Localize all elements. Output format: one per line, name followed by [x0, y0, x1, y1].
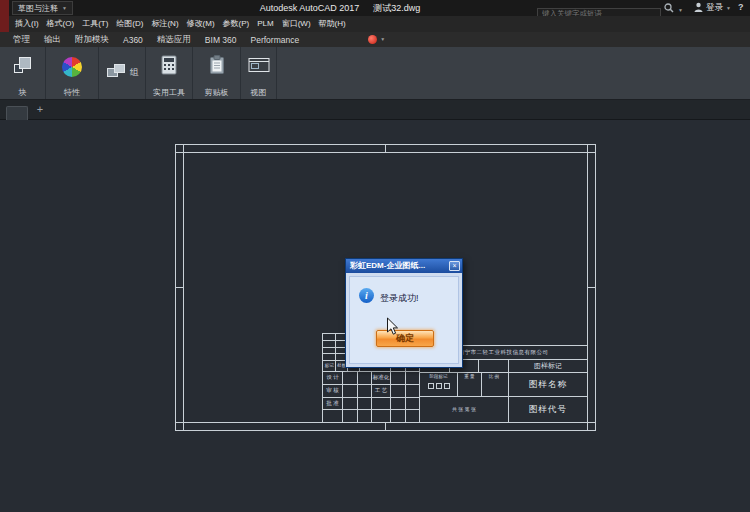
- panel-label[interactable]: 特性: [46, 87, 98, 99]
- menu-item[interactable]: 修改(M): [183, 16, 219, 32]
- frame-tick: [587, 144, 588, 152]
- app-menu-button[interactable]: [0, 0, 9, 32]
- properties-button[interactable]: [46, 47, 98, 87]
- sig-cell: [405, 385, 419, 397]
- ribbon: 块 特性 组 实用工具 剪贴板: [0, 47, 750, 100]
- panel-label[interactable]: 块: [0, 87, 45, 99]
- stage-box: [444, 383, 450, 389]
- frame-tick: [183, 144, 184, 152]
- stage-mark-cell: 阶段标记: [420, 373, 458, 396]
- stage-box: [428, 383, 434, 389]
- menu-item[interactable]: 格式(O): [43, 16, 79, 32]
- panel-properties: 特性: [46, 47, 99, 99]
- sig-cell: [405, 372, 419, 384]
- panel-label[interactable]: 剪贴板: [193, 87, 240, 99]
- view-button[interactable]: [241, 47, 276, 87]
- sig-cell: [357, 385, 371, 397]
- sig-cell: [323, 410, 342, 422]
- stage-box: [436, 383, 442, 389]
- frame-tick: [183, 423, 184, 431]
- group-label: 组: [130, 67, 139, 79]
- menu-item[interactable]: 标注(N): [147, 16, 182, 32]
- utilities-button[interactable]: [146, 47, 192, 87]
- dialog-message: 登录成功!: [380, 292, 419, 305]
- titleblock-cell: [478, 360, 508, 372]
- stage-mark-label: 阶段标记: [430, 373, 448, 380]
- block-button[interactable]: [0, 47, 45, 87]
- login-success-dialog: 彩虹EDM-企业图纸... × i 登录成功! 确定: [345, 258, 463, 368]
- sig-cell: [405, 398, 419, 410]
- paste-button[interactable]: [193, 47, 240, 87]
- signature-row: 批 准: [323, 397, 419, 410]
- menu-item[interactable]: 窗口(W): [278, 16, 315, 32]
- sheets-cell: 共 张 第 张: [420, 397, 508, 422]
- search-icon[interactable]: [664, 3, 674, 13]
- menu-item[interactable]: 帮助(H): [315, 16, 350, 32]
- menu-item[interactable]: 工具(T): [78, 16, 112, 32]
- ribbon-tab[interactable]: 管理: [6, 34, 37, 46]
- titleblock-stage-row: 阶段标记 重 量 比 例: [420, 373, 508, 397]
- menu-bar: 插入(I) 格式(O) 工具(T) 绘图(D) 标注(N) 修改(M) 参数(P…: [0, 16, 750, 32]
- sig-cell: 工 艺: [371, 385, 390, 397]
- panel-utilities: 实用工具: [146, 47, 193, 99]
- panel-label[interactable]: 视图: [241, 87, 276, 99]
- group-button[interactable]: 组: [99, 47, 145, 99]
- sig-cell: 审 核: [323, 385, 342, 397]
- sig-cell: 批 准: [323, 398, 342, 410]
- panel-group: 组: [99, 47, 146, 99]
- chevron-down-icon: ▼: [380, 37, 385, 42]
- info-icon: i: [359, 288, 374, 303]
- frame-tick: [175, 287, 183, 288]
- dialog-close-button[interactable]: ×: [449, 261, 460, 271]
- sig-cell: [371, 398, 390, 410]
- ribbon-tab[interactable]: 附加模块: [68, 34, 116, 46]
- workspace-label: 草图与注释: [18, 3, 58, 14]
- panel-label[interactable]: 实用工具: [146, 87, 192, 99]
- new-tab-button[interactable]: +: [34, 103, 46, 115]
- frame-tick: [175, 152, 183, 153]
- app-title: Autodesk AutoCAD 2017: [260, 3, 360, 13]
- frame-tick: [588, 287, 596, 288]
- ribbon-tab[interactable]: BIM 360: [198, 35, 244, 45]
- file-tab[interactable]: [6, 106, 28, 120]
- panel-view: 视图: [241, 47, 277, 99]
- sign-in-button[interactable]: 登录 ▼: [694, 1, 731, 15]
- ribbon-tab[interactable]: 精选应用: [150, 34, 198, 46]
- panel-clipboard: 剪贴板: [193, 47, 241, 99]
- titleblock-lower: 阶段标记 重 量 比 例 共 张 第 张 图样标记 图样名称 图样: [420, 360, 587, 422]
- sig-cell: 标准化: [371, 372, 390, 384]
- chevron-down-icon: ▼: [726, 6, 731, 11]
- sig-cell: [342, 398, 356, 410]
- ribbon-tab[interactable]: Performance: [244, 35, 307, 45]
- clipboard-icon: [209, 55, 225, 79]
- sig-cell: 设 计: [323, 372, 342, 384]
- ribbon-tab[interactable]: 输出: [37, 34, 68, 46]
- dialog-titlebar[interactable]: 彩虹EDM-企业图纸...: [346, 259, 462, 273]
- viewport-icon: [248, 57, 270, 77]
- scale-cell: 比 例: [482, 373, 506, 396]
- block-icon: [12, 54, 34, 80]
- drawing-name-label: 图样名称: [509, 373, 587, 397]
- scale-label: 比 例: [482, 373, 506, 380]
- mouse-cursor: [386, 317, 399, 340]
- sig-cell: [357, 372, 371, 384]
- menu-item[interactable]: 插入(I): [11, 16, 43, 32]
- menu-item[interactable]: PLM: [253, 16, 277, 32]
- ribbon-tab[interactable]: A360: [116, 35, 150, 45]
- sig-cell: [390, 398, 404, 410]
- workspace-selector[interactable]: 草图与注释 ▼: [12, 1, 73, 15]
- recorder-button[interactable]: ▼: [368, 35, 385, 44]
- sheets-label: 共 张 第 张: [452, 406, 476, 413]
- sig-cell: [342, 385, 356, 397]
- ribbon-tab-bar: 管理 输出 附加模块 A360 精选应用 BIM 360 Performance…: [0, 32, 750, 47]
- frame-tick: [588, 152, 596, 153]
- menu-item[interactable]: 参数(P): [219, 16, 254, 32]
- ok-button[interactable]: 确定: [376, 330, 434, 347]
- menu-item[interactable]: 绘图(D): [112, 16, 147, 32]
- chevron-down-icon[interactable]: ▼: [678, 5, 683, 15]
- frame-tick: [385, 144, 386, 152]
- weight-label: 重 量: [458, 373, 481, 380]
- help-icon[interactable]: ?: [738, 2, 744, 12]
- color-wheel-icon: [62, 57, 82, 77]
- chevron-down-icon: ▼: [62, 6, 67, 11]
